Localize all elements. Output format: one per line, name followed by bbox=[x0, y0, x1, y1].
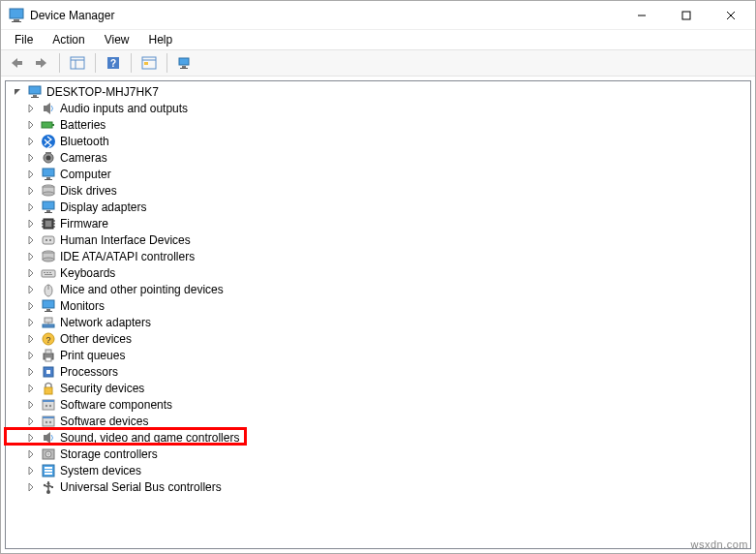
svg-rect-23 bbox=[44, 106, 46, 111]
device-category-label: IDE ATA/ATAPI controllers bbox=[60, 250, 195, 263]
chevron-right-icon[interactable] bbox=[25, 152, 37, 164]
device-category[interactable]: Keyboards bbox=[6, 264, 750, 281]
device-category[interactable]: ?Other devices bbox=[6, 330, 750, 347]
chevron-right-icon[interactable] bbox=[25, 185, 37, 197]
svg-rect-7 bbox=[17, 61, 22, 65]
svg-point-85 bbox=[47, 453, 49, 455]
device-category-label: Audio inputs and outputs bbox=[60, 102, 188, 115]
svg-rect-31 bbox=[46, 177, 50, 179]
device-category[interactable]: Bluetooth bbox=[6, 133, 750, 149]
device-category[interactable]: Software components bbox=[6, 396, 750, 413]
tree-root[interactable]: DESKTOP-MHJ7HK7 bbox=[6, 83, 750, 100]
chevron-right-icon[interactable] bbox=[25, 267, 37, 279]
device-category[interactable]: Software devices bbox=[6, 413, 750, 429]
device-category[interactable]: Processors bbox=[6, 363, 750, 380]
svg-text:?: ? bbox=[45, 335, 50, 345]
device-category-label: Mice and other pointing devices bbox=[60, 283, 224, 296]
svg-rect-40 bbox=[45, 221, 51, 227]
chevron-down-icon[interactable] bbox=[12, 86, 23, 98]
chevron-right-icon[interactable] bbox=[25, 234, 37, 246]
device-category[interactable]: Network adapters bbox=[6, 314, 750, 330]
usb-icon bbox=[41, 479, 56, 495]
close-button[interactable] bbox=[709, 1, 753, 30]
device-category[interactable]: Audio inputs and outputs bbox=[6, 100, 750, 116]
device-category[interactable]: Human Interface Devices bbox=[6, 231, 750, 248]
menu-action[interactable]: Action bbox=[45, 31, 92, 48]
device-category[interactable]: Print queues bbox=[6, 347, 750, 363]
svg-rect-88 bbox=[45, 470, 52, 472]
device-category-label: Software components bbox=[60, 398, 172, 412]
chevron-right-icon[interactable] bbox=[25, 333, 37, 345]
chevron-right-icon[interactable] bbox=[25, 103, 37, 114]
chevron-right-icon[interactable] bbox=[25, 169, 37, 180]
maximize-button[interactable] bbox=[664, 1, 709, 30]
svg-rect-55 bbox=[46, 272, 48, 273]
device-category[interactable]: Batteries bbox=[6, 116, 750, 133]
chevron-right-icon[interactable] bbox=[25, 218, 37, 230]
chevron-right-icon[interactable] bbox=[25, 350, 37, 361]
chevron-right-icon[interactable] bbox=[25, 448, 37, 460]
menu-file[interactable]: File bbox=[7, 31, 41, 48]
svg-rect-32 bbox=[45, 179, 52, 180]
forward-button[interactable] bbox=[30, 52, 53, 74]
device-category[interactable]: Monitors bbox=[6, 297, 750, 314]
tree-root-label: DESKTOP-MHJ7HK7 bbox=[46, 85, 159, 99]
chip-icon bbox=[41, 216, 56, 231]
chevron-right-icon[interactable] bbox=[25, 201, 37, 213]
chevron-right-icon[interactable] bbox=[25, 136, 37, 147]
svg-rect-20 bbox=[29, 86, 41, 94]
chevron-right-icon[interactable] bbox=[25, 284, 37, 295]
svg-rect-36 bbox=[43, 201, 54, 209]
chevron-right-icon[interactable] bbox=[25, 119, 37, 131]
app-icon bbox=[9, 8, 24, 23]
device-category[interactable]: System devices bbox=[6, 462, 750, 478]
device-category[interactable]: Mice and other pointing devices bbox=[6, 281, 750, 297]
device-category-label: Cameras bbox=[60, 151, 107, 165]
device-category[interactable]: Security devices bbox=[6, 380, 750, 396]
svg-rect-25 bbox=[52, 124, 54, 126]
back-button[interactable] bbox=[5, 52, 28, 74]
svg-rect-54 bbox=[44, 272, 45, 273]
storage-icon bbox=[41, 446, 56, 462]
chevron-right-icon[interactable] bbox=[25, 432, 37, 444]
device-category[interactable]: Sound, video and game controllers bbox=[6, 429, 750, 446]
device-category[interactable]: Firmware bbox=[6, 215, 750, 231]
devices-button[interactable] bbox=[173, 52, 197, 74]
window: Device Manager File Action View Help bbox=[0, 0, 756, 554]
mouse-icon bbox=[41, 282, 56, 297]
device-category-label: System devices bbox=[60, 464, 141, 477]
bluetooth-icon bbox=[41, 134, 56, 149]
monitor-icon bbox=[41, 298, 56, 314]
device-category[interactable]: Disk drives bbox=[6, 182, 750, 199]
chevron-right-icon[interactable] bbox=[25, 481, 37, 493]
device-category[interactable]: Storage controllers bbox=[6, 446, 750, 462]
chevron-right-icon[interactable] bbox=[25, 465, 37, 477]
chevron-right-icon[interactable] bbox=[25, 317, 37, 328]
chevron-right-icon[interactable] bbox=[25, 300, 37, 312]
chevron-right-icon[interactable] bbox=[25, 416, 37, 427]
chevron-right-icon[interactable] bbox=[25, 251, 37, 262]
device-tree[interactable]: DESKTOP-MHJ7HK7Audio inputs and outputsB… bbox=[5, 80, 751, 549]
svg-rect-9 bbox=[71, 57, 84, 69]
chevron-right-icon[interactable] bbox=[25, 366, 37, 378]
device-category[interactable]: Computer bbox=[6, 166, 750, 182]
chevron-right-icon[interactable] bbox=[25, 399, 37, 411]
svg-point-35 bbox=[43, 192, 54, 196]
device-category-label: Print queues bbox=[60, 349, 125, 362]
device-category[interactable]: Universal Serial Bus controllers bbox=[6, 478, 750, 495]
device-category[interactable]: Display adapters bbox=[6, 199, 750, 215]
window-controls bbox=[620, 1, 753, 30]
svg-rect-21 bbox=[33, 95, 37, 97]
svg-rect-89 bbox=[45, 473, 52, 475]
menu-help[interactable]: Help bbox=[141, 31, 181, 48]
menu-view[interactable]: View bbox=[97, 31, 137, 48]
svg-rect-19 bbox=[180, 68, 188, 69]
device-category[interactable]: Cameras bbox=[6, 149, 750, 166]
minimize-button[interactable] bbox=[620, 1, 664, 30]
scan-hardware-button[interactable] bbox=[137, 52, 161, 74]
device-category[interactable]: IDE ATA/ATAPI controllers bbox=[6, 248, 750, 264]
svg-rect-17 bbox=[179, 58, 189, 65]
show-hide-console-button[interactable] bbox=[66, 52, 89, 74]
help-button[interactable]: ? bbox=[102, 52, 125, 74]
chevron-right-icon[interactable] bbox=[25, 383, 37, 394]
